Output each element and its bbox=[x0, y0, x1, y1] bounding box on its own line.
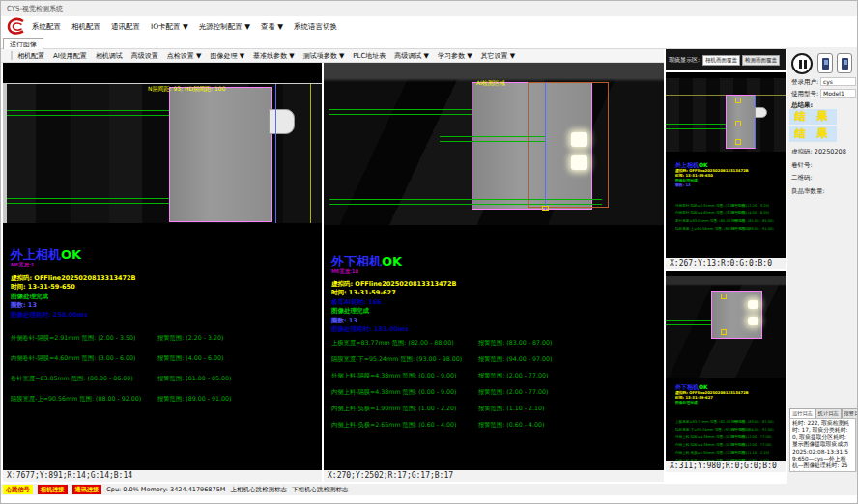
toolbar-item-10[interactable]: 学习参数 ▼ bbox=[438, 51, 472, 61]
measurement-row: 内侧上料-隔膜=4.38mm 范围: (0.00 - 9.00)报警范围: (2… bbox=[675, 432, 774, 439]
baseline-green bbox=[666, 124, 726, 125]
layer-count-line: 圈数: 13 bbox=[11, 301, 136, 310]
preview-image-lower bbox=[666, 276, 786, 378]
pixel-status-lower: X:270;Y:2502;R:17;G:17;B:17 bbox=[324, 470, 664, 482]
camera-icon bbox=[842, 58, 848, 70]
toolbar-item-7[interactable]: 测试项参数 ▼ bbox=[303, 51, 345, 61]
camera-connection-badge: 相机连接 bbox=[38, 485, 68, 494]
menu-item-2[interactable]: 通讯配置 bbox=[111, 22, 140, 32]
camera-lower-button[interactable] bbox=[837, 53, 852, 73]
toolbar-item-5[interactable]: 图像处理 ▼ bbox=[210, 51, 244, 61]
result-overlay-lower: 外下相机OK M6宽度:10 虚拟码: OFFline2025020813313… bbox=[331, 255, 457, 334]
camera-image-upper[interactable]: N层间距: 93; HD层间距: 100 bbox=[3, 83, 322, 223]
camera-icon bbox=[822, 58, 829, 70]
cpu-memory-text: Cpu: 0.0% Memory: 3424.41796875M bbox=[106, 486, 225, 493]
measurement-row: 外侧卷针-隔膜=2.91mm 范围: (2.00 - 3.50)报警范围: (2… bbox=[675, 192, 774, 200]
toolbar-item-0[interactable]: 相机配置 bbox=[17, 51, 44, 61]
global-status-strip: 心跳信号 相机连接 通讯连接 Cpu: 0.0% Memory: 3424.41… bbox=[1, 484, 858, 495]
measurement-row: 内侧卷针-隔膜=4.60mm 范围: (3.00 - 6.00)报警范围: (4… bbox=[11, 346, 232, 366]
preview-panel-lower[interactable]: 外下相机OK 虚拟码: OFFline2025020813313472B 时间:… bbox=[666, 271, 786, 461]
toolbar-item-8[interactable]: PLC地址表 bbox=[353, 51, 386, 61]
width-sub-label: M6宽度:1 bbox=[11, 262, 136, 267]
model-field[interactable]: Model1 bbox=[820, 89, 856, 98]
measurement-row: 内侧卷针-隔膜=4.60mm 范围: (3.00 - 6.00)报警范围: (4… bbox=[675, 200, 774, 208]
virtual-code-line: 虚拟码: 20250208 bbox=[791, 148, 846, 156]
tab-glow bbox=[571, 155, 587, 170]
pin-number-label: 卷针号: bbox=[791, 161, 813, 170]
defect-display-bar: 瑕疵显示区: 相机画面覆盖检测画面覆盖 bbox=[666, 49, 786, 70]
window-title: CYS-视觉检测系统 bbox=[7, 5, 63, 13]
comm-connection-badge: 通讯连接 bbox=[72, 485, 102, 494]
toolbar-item-9[interactable]: 高级调试 ▼ bbox=[394, 51, 429, 61]
camera-upper-button[interactable] bbox=[817, 53, 833, 73]
time-line: 时间: 13-31-59-650 bbox=[11, 283, 136, 292]
application-window: CYS-视觉检测系统 系统配置相机配置通讯配置IO卡配置 ▼光源控制配置 ▼查看… bbox=[0, 0, 858, 504]
tab-glow bbox=[571, 132, 587, 147]
tab-run-image[interactable]: 运行图像 bbox=[3, 38, 43, 49]
measurement-row: 外侧上料-隔膜=4.38mm 范围: (0.00 - 9.00)报警范围: (2… bbox=[331, 363, 553, 379]
measurement-row: 外侧上料-隔膜=4.38mm 范围: (0.00 - 9.00)报警范围: (2… bbox=[675, 424, 774, 432]
toolbar-item-3[interactable]: 高级设置 bbox=[131, 51, 158, 61]
defect-tab-1[interactable]: 检测画面覆盖 bbox=[742, 55, 780, 66]
tab-connector bbox=[755, 107, 767, 118]
process-done-line: 图像处理完成 bbox=[331, 307, 457, 316]
preview-overlay-upper: 外上相机OK 虚拟码: OFFline2025020813313472B 时间:… bbox=[675, 161, 774, 223]
camera-result-title: 外下相机OK bbox=[675, 383, 774, 390]
defect-tab-0[interactable]: 相机画面覆盖 bbox=[702, 55, 740, 66]
menu-item-6[interactable]: 系统语言切换 bbox=[294, 22, 337, 32]
lower-camera-heartbeat-flag: 下相机心跳检测标志 bbox=[292, 486, 349, 494]
ok-status: OK bbox=[382, 254, 402, 268]
toolbar-item-1[interactable]: AI使用配置 bbox=[53, 51, 87, 61]
toolbar-item-6[interactable]: 基准线参数 ▼ bbox=[253, 51, 295, 61]
ok-status: OK bbox=[699, 161, 708, 168]
preview-top-measurements: 外侧卷针-隔膜=2.91mm 范围: (2.00 - 3.50)报警范围: (2… bbox=[675, 192, 774, 223]
measurement-row: 隔膜宽度-上=90.56mm 范围: (88.00 - 92.00)报警范围: … bbox=[11, 386, 232, 406]
menu-item-5[interactable]: 查看 ▼ bbox=[261, 22, 283, 32]
pixel-status-preview-upper: X:267;Y:13;R:0;G:0;B:0 bbox=[666, 258, 786, 269]
pause-button[interactable] bbox=[791, 53, 813, 74]
app-logo-icon bbox=[7, 17, 26, 36]
camera-name: 外下相机 bbox=[331, 254, 382, 268]
toolbar-item-4[interactable]: 点检设置 ▼ bbox=[167, 51, 202, 61]
camera-image-lower[interactable]: AI检测区域 bbox=[324, 63, 664, 225]
menu-bar: 系统配置相机配置通讯配置IO卡配置 ▼光源控制配置 ▼查看 ▼系统语言切换 bbox=[32, 16, 337, 38]
login-user-field[interactable]: cys bbox=[820, 77, 856, 86]
toolbar: 相机配置AI使用配置相机调试高级设置点检设置 ▼图像处理 ▼基准线参数 ▼测试项… bbox=[1, 49, 664, 63]
toolbar-item-11[interactable]: 其它设置 ▼ bbox=[481, 51, 516, 61]
toolbar-items: 相机配置AI使用配置相机调试高级设置点检设置 ▼图像处理 ▼基准线参数 ▼测试项… bbox=[17, 51, 515, 61]
ok-status: OK bbox=[61, 247, 81, 262]
log-output[interactable]: 耗时: 222, 瑕疵检测耗时: 17, 瑕疵分类耗时: 0, 瑕疵提取分区耗时… bbox=[789, 418, 856, 472]
title-bar: CYS-视觉检测系统 bbox=[1, 1, 858, 16]
camera-panel-upper[interactable]: N层间距: 93; HD层间距: 100 外上相机OK M6宽度:1 虚拟码: … bbox=[3, 63, 322, 470]
result-box-lower: 结 果 bbox=[789, 126, 837, 142]
menu-item-0[interactable]: 系统配置 bbox=[32, 22, 61, 32]
measurement-row: 内侧上料-负极=2.65mm 范围: (0.60 - 4.00)报警范围: (0… bbox=[675, 447, 774, 455]
camera-result-title: 外上相机OK bbox=[675, 161, 774, 168]
heartbeat-badge: 心跳信号 bbox=[3, 485, 33, 494]
measurement-row: 上极宽度=83.77mm 范围: (82.00 - 88.00)报警范围: (8… bbox=[675, 408, 774, 416]
menu-item-3[interactable]: IO卡配置 ▼ bbox=[151, 22, 188, 32]
baseline-green bbox=[666, 320, 711, 321]
camera-name: 外上相机 bbox=[675, 161, 699, 168]
process-done-line: 图像处理完成 bbox=[675, 400, 774, 405]
marker-box bbox=[721, 294, 727, 299]
mid-measurements: 上极宽度=83.77mm 范围: (82.00 - 88.00)报警范围: (8… bbox=[331, 330, 553, 429]
menu-item-4[interactable]: 光源控制配置 ▼ bbox=[199, 22, 250, 32]
camera-name: 外上相机 bbox=[11, 247, 61, 262]
camera-panel-lower[interactable]: AI检测区域 外下相机OK M6宽度:10 虚拟码: OFFline202502… bbox=[324, 63, 664, 470]
pixel-status-upper: X:7677;Y:891;R:14;G:14;B:14 bbox=[3, 470, 322, 482]
marker-box bbox=[542, 206, 549, 211]
camera-result-title: 外下相机OK bbox=[331, 255, 457, 268]
tab-glow bbox=[748, 300, 758, 309]
measurement-row: 上极宽度=83.77mm 范围: (82.00 - 88.00)报警范围: (8… bbox=[331, 330, 553, 347]
barcode-line: 虚拟码: OFFline2025020813313472B bbox=[331, 280, 457, 289]
toolbar-grip[interactable] bbox=[11, 51, 13, 60]
layer-count-line: 圈数: 13 bbox=[675, 182, 774, 187]
defect-bar-label: 瑕疵显示区: bbox=[669, 56, 700, 65]
preview-panel-upper[interactable]: 外上相机OK 虚拟码: OFFline2025020813313472B 时间:… bbox=[666, 72, 786, 258]
preview-image-upper bbox=[666, 78, 786, 152]
toolbar-item-2[interactable]: 相机调试 bbox=[96, 51, 123, 61]
menu-item-1[interactable]: 相机配置 bbox=[72, 22, 100, 32]
camera-result-title: 外上相机OK bbox=[11, 248, 136, 262]
tab-glow bbox=[748, 317, 758, 325]
